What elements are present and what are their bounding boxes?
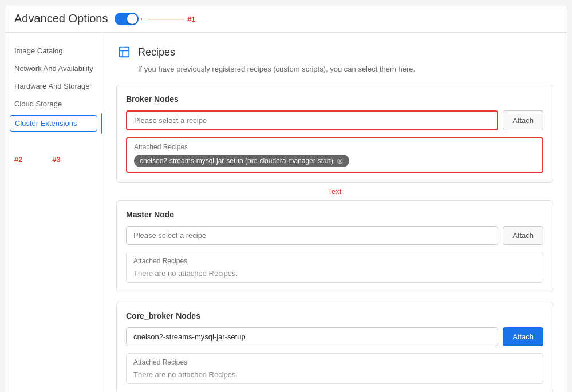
content-area: Recipes If you have previously registere… [102, 33, 567, 392]
sidebar-annotation-area: #2 #3 [5, 155, 102, 164]
broker-nodes-card: Broker Nodes Attach Attached Recipes cne… [116, 85, 553, 183]
section-title: Recipes [138, 46, 175, 58]
broker-attached-section: Attached Recipes cnelson2-streams-mysql-… [126, 137, 543, 173]
svg-rect-0 [120, 47, 129, 57]
main-layout: Image Catalog Network And Availability H… [5, 33, 567, 392]
core-broker-attach-button[interactable]: Attach [503, 327, 543, 346]
sidebar: Image Catalog Network And Availability H… [5, 33, 102, 392]
core-broker-recipe-input[interactable] [126, 327, 498, 346]
master-node-title: Master Node [126, 210, 543, 219]
recipes-icon [116, 44, 132, 60]
broker-recipe-input[interactable] [126, 110, 498, 130]
advanced-options-toggle[interactable] [115, 13, 139, 25]
toggle-thumb [127, 14, 137, 24]
broker-attach-button[interactable]: Attach [503, 110, 543, 130]
page-title: Advanced Options [14, 12, 108, 25]
core-broker-nodes-card: Core_broker Nodes Attach Attached Recipe… [116, 302, 553, 392]
text-annotation: Text [116, 187, 553, 196]
master-node-card: Master Node Attach Attached Recipes Ther… [116, 200, 553, 292]
core-broker-input-row: Attach [126, 327, 543, 346]
master-input-row: Attach [126, 226, 543, 245]
broker-input-row: Attach [126, 110, 543, 130]
core-broker-attached-label: Attached Recipes [133, 358, 536, 366]
broker-nodes-title: Broker Nodes [126, 94, 543, 104]
master-recipe-input[interactable] [126, 226, 498, 245]
sidebar-item-hardware-storage[interactable]: Hardware And Storage [5, 77, 102, 95]
sidebar-item-cluster-extensions[interactable]: Cluster Extensions [10, 115, 97, 132]
core-broker-nodes-title: Core_broker Nodes [126, 311, 543, 320]
sidebar-item-cloud-storage[interactable]: Cloud Storage [5, 95, 102, 113]
master-attached-section: Attached Recipes There are no attached R… [126, 252, 543, 283]
section-header: Recipes [116, 44, 553, 60]
broker-recipe-tag: cnelson2-streams-mysql-jar-setup (pre-cl… [134, 155, 349, 167]
page-wrapper: Advanced Options ←———— #1 Image Catalog … [5, 5, 567, 392]
broker-attached-label: Attached Recipes [134, 143, 535, 151]
core-broker-attached-section: Attached Recipes There are no attached R… [126, 353, 543, 384]
sidebar-item-image-catalog[interactable]: Image Catalog [5, 42, 102, 60]
sidebar-item-network-availability[interactable]: Network And Availability [5, 60, 102, 77]
toggle-track [115, 13, 139, 25]
arrow-annotation-1: ←———— #1 [139, 14, 195, 24]
section-description: If you have previously registered recipe… [138, 65, 553, 73]
master-attached-label: Attached Recipes [133, 257, 536, 265]
header: Advanced Options ←———— #1 [5, 5, 567, 33]
master-attach-button[interactable]: Attach [503, 226, 543, 245]
core-broker-no-recipes: There are no attached Recipes. [133, 370, 238, 379]
broker-recipe-tag-text: cnelson2-streams-mysql-jar-setup (pre-cl… [140, 157, 333, 165]
broker-recipe-tag-remove[interactable]: ⊗ [337, 157, 344, 165]
master-no-recipes: There are no attached Recipes. [133, 269, 238, 278]
